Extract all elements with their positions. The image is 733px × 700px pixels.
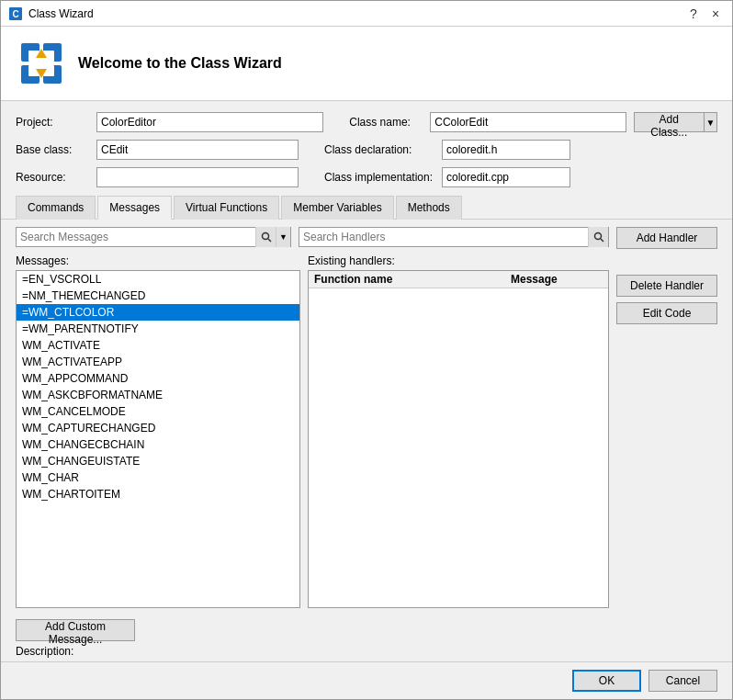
table-body <box>309 288 608 607</box>
list-item[interactable]: WM_ACTIVATE <box>17 337 299 354</box>
header-title: Welcome to the Class Wizard <box>78 55 282 72</box>
classdecl-label: Class declaration: <box>324 143 434 156</box>
svg-text:C: C <box>12 9 18 19</box>
project-label: Project: <box>16 116 89 129</box>
wizard-logo <box>19 41 63 85</box>
tabs-area: Commands Messages Virtual Functions Memb… <box>1 195 732 220</box>
action-buttons: Add Handler <box>616 227 717 249</box>
handlers-label: Existing handlers: <box>308 254 609 267</box>
baseclass-label: Base class: <box>16 143 89 156</box>
baseclass-row: Base class: Class declaration: coloredit… <box>16 140 717 160</box>
col-message: Message <box>511 273 603 286</box>
handlers-table: Function name Message <box>308 270 609 608</box>
classimpl-label: Class implementation: <box>324 171 434 184</box>
tab-commands[interactable]: Commands <box>16 196 96 220</box>
content-area: ▼ Add Handler Messages: =EN <box>1 220 732 615</box>
title-bar-left: C Class Wizard <box>8 6 94 21</box>
ok-button[interactable]: OK <box>572 670 641 692</box>
list-item[interactable]: WM_ACTIVATEAPP <box>17 354 299 370</box>
messages-panel: Messages: =EN_VSCROLL=NM_THEMECHANGED=WM… <box>16 254 300 608</box>
list-item[interactable]: WM_CHANGECBCHAIN <box>17 436 299 453</box>
wizard-icon <box>19 41 63 85</box>
search-messages-button[interactable] <box>255 227 276 247</box>
search-messages-wrap: ▼ <box>16 227 291 247</box>
classname-label: Class name: <box>349 116 423 129</box>
help-button[interactable]: ? <box>684 5 703 23</box>
add-class-group: Add Class... ▼ <box>634 112 717 132</box>
resource-input[interactable] <box>96 167 299 187</box>
list-item[interactable]: WM_ASKCBFORMATNAME <box>17 387 299 403</box>
list-item[interactable]: WM_CAPTURECHANGED <box>17 420 299 436</box>
handlers-panel: Existing handlers: Function name Message <box>308 254 609 608</box>
classname-select[interactable]: CColorEdit <box>430 112 626 132</box>
list-item[interactable]: =WM_PARENTNOTIFY <box>17 321 299 337</box>
list-item[interactable]: WM_CANCELMODE <box>17 403 299 420</box>
search-handlers-input[interactable] <box>299 228 588 246</box>
search-handlers-wrap <box>299 227 609 247</box>
main-window: C Class Wizard ? × Welcome to th <box>0 0 733 700</box>
svg-point-14 <box>594 233 601 240</box>
title-bar: C Class Wizard ? × <box>1 1 732 27</box>
list-item[interactable]: =NM_THEMECHANGED <box>17 288 299 304</box>
bottom-area: Add Custom Message... Description: <box>1 615 732 661</box>
tab-methods[interactable]: Methods <box>396 196 462 220</box>
resource-row: Resource: Class implementation: coloredi… <box>16 167 717 187</box>
search-messages-arrow[interactable]: ▼ <box>276 227 290 247</box>
search-messages-input[interactable] <box>17 228 255 246</box>
close-button[interactable]: × <box>706 5 725 23</box>
add-class-arrow-button[interactable]: ▼ <box>705 112 717 132</box>
window-title: Class Wizard <box>28 7 94 20</box>
app-icon: C <box>8 6 23 21</box>
side-buttons: Delete Handler Edit Code <box>616 254 717 608</box>
cancel-button[interactable]: Cancel <box>648 670 717 692</box>
list-item[interactable]: =EN_VSCROLL <box>17 271 299 288</box>
edit-code-button[interactable]: Edit Code <box>616 302 717 324</box>
table-header: Function name Message <box>309 271 608 288</box>
add-handler-button[interactable]: Add Handler <box>616 227 717 249</box>
search-row: ▼ Add Handler <box>16 227 717 249</box>
svg-line-15 <box>601 239 603 242</box>
messages-label: Messages: <box>16 254 300 267</box>
title-bar-controls: ? × <box>684 5 725 23</box>
svg-point-12 <box>262 233 268 240</box>
baseclass-input[interactable] <box>96 140 299 160</box>
footer: OK Cancel <box>1 661 732 699</box>
tab-member[interactable]: Member Variables <box>281 196 393 220</box>
classdecl-select[interactable]: coloredit.h <box>442 140 570 160</box>
add-class-button[interactable]: Add Class... <box>634 112 705 132</box>
list-item[interactable]: WM_CHARTOITEM <box>17 486 299 502</box>
col-function-name: Function name <box>314 273 511 286</box>
classimpl-select[interactable]: coloredit.cpp <box>442 167 570 187</box>
add-custom-message-button[interactable]: Add Custom Message... <box>16 619 135 641</box>
search-handlers-button[interactable] <box>588 227 608 247</box>
tab-virtual[interactable]: Virtual Functions <box>174 196 279 220</box>
delete-handler-button[interactable]: Delete Handler <box>616 275 717 297</box>
header-area: Welcome to the Class Wizard <box>1 27 732 101</box>
lists-row: Messages: =EN_VSCROLL=NM_THEMECHANGED=WM… <box>16 254 717 608</box>
tab-messages[interactable]: Messages <box>97 196 172 220</box>
form-area: Project: ColorEditor Class name: CColorE… <box>1 101 732 195</box>
project-row: Project: ColorEditor Class name: CColorE… <box>16 112 717 132</box>
svg-line-13 <box>268 239 271 242</box>
messages-list[interactable]: =EN_VSCROLL=NM_THEMECHANGED=WM_CTLCOLOR=… <box>16 270 300 608</box>
project-select[interactable]: ColorEditor <box>96 112 323 132</box>
list-item[interactable]: WM_CHAR <box>17 469 299 486</box>
list-item[interactable]: =WM_CTLCOLOR <box>17 304 299 321</box>
description-label: Description: <box>16 645 717 658</box>
list-item[interactable]: WM_APPCOMMAND <box>17 370 299 387</box>
resource-label: Resource: <box>16 171 89 184</box>
list-item[interactable]: WM_CHANGEUISTATE <box>17 453 299 469</box>
